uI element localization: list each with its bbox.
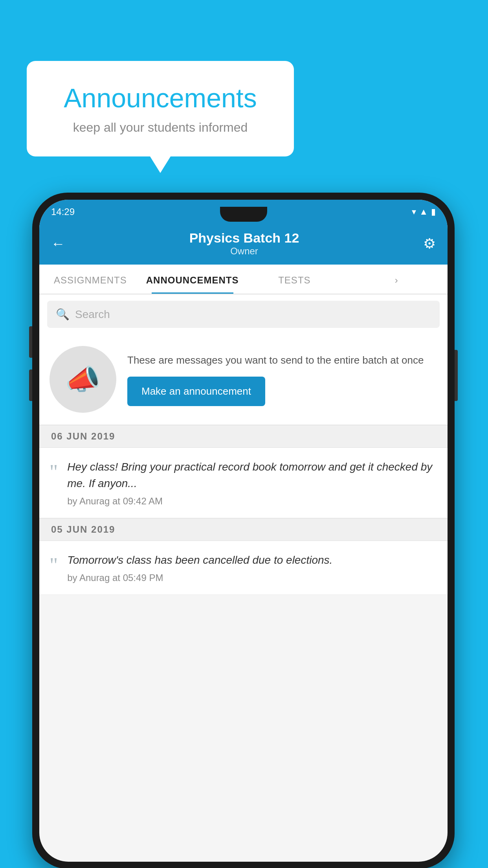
battery-icon: ▮ <box>431 207 436 217</box>
phone-frame: 14:29 ▾ ▲ ▮ ← Physics Batch 12 Owner ⚙ <box>32 193 455 868</box>
speech-bubble: Announcements keep all your students inf… <box>27 61 294 156</box>
search-bar[interactable]: 🔍 Search <box>47 301 440 328</box>
date-separator-2: 05 JUN 2019 <box>39 518 448 541</box>
speech-bubble-container: Announcements keep all your students inf… <box>27 61 294 156</box>
announcement-meta-1: by Anurag at 09:42 AM <box>67 496 437 507</box>
tab-tests[interactable]: TESTS <box>244 265 346 294</box>
wifi-icon: ▾ <box>412 207 416 217</box>
promo-icon-circle: 📣 <box>50 346 116 413</box>
search-placeholder: Search <box>75 308 110 321</box>
signal-icon: ▲ <box>419 207 428 217</box>
back-button[interactable]: ← <box>51 235 65 252</box>
tabs-container: ASSIGNMENTS ANNOUNCEMENTS TESTS › <box>39 265 448 294</box>
tab-more[interactable]: › <box>345 265 448 294</box>
promo-content: These are messages you want to send to t… <box>127 353 437 406</box>
notch <box>220 207 267 222</box>
status-time: 14:29 <box>51 206 75 217</box>
bubble-subtitle: keep all your students informed <box>50 120 270 135</box>
phone-screen: 14:29 ▾ ▲ ▮ ← Physics Batch 12 Owner ⚙ <box>39 200 448 862</box>
announcement-content-1: Hey class! Bring your practical record b… <box>67 459 437 507</box>
announcement-text-2: Tomorrow's class has been cancelled due … <box>67 552 437 568</box>
search-icon: 🔍 <box>56 308 70 321</box>
date-separator-1: 06 JUN 2019 <box>39 425 448 448</box>
announcement-text-1: Hey class! Bring your practical record b… <box>67 459 437 492</box>
bubble-title: Announcements <box>50 83 270 113</box>
status-icons: ▾ ▲ ▮ <box>412 207 436 217</box>
announcement-item-2[interactable]: " Tomorrow's class has been cancelled du… <box>39 541 448 595</box>
volume-up-button[interactable] <box>29 326 32 358</box>
settings-icon[interactable]: ⚙ <box>423 235 436 252</box>
quote-icon-1: " <box>50 459 58 482</box>
announcement-meta-2: by Anurag at 05:49 PM <box>67 572 437 583</box>
announcement-content-2: Tomorrow's class has been cancelled due … <box>67 552 437 583</box>
header-center: Physics Batch 12 Owner <box>189 230 299 257</box>
quote-icon-2: " <box>50 552 58 576</box>
app-header: ← Physics Batch 12 Owner ⚙ <box>39 224 448 265</box>
megaphone-icon: 📣 <box>65 363 101 396</box>
volume-down-button[interactable] <box>29 370 32 401</box>
announcement-item-1[interactable]: " Hey class! Bring your practical record… <box>39 448 448 518</box>
tab-assignments[interactable]: ASSIGNMENTS <box>39 265 141 294</box>
phone-container: 14:29 ▾ ▲ ▮ ← Physics Batch 12 Owner ⚙ <box>32 193 455 868</box>
tab-announcements[interactable]: ANNOUNCEMENTS <box>141 265 244 294</box>
power-button[interactable] <box>455 350 458 401</box>
make-announcement-button[interactable]: Make an announcement <box>127 377 265 406</box>
header-subtitle: Owner <box>189 246 299 257</box>
header-title: Physics Batch 12 <box>189 230 299 246</box>
promo-description: These are messages you want to send to t… <box>127 353 437 368</box>
promo-section: 📣 These are messages you want to send to… <box>39 334 448 425</box>
search-container: 🔍 Search <box>39 294 448 334</box>
